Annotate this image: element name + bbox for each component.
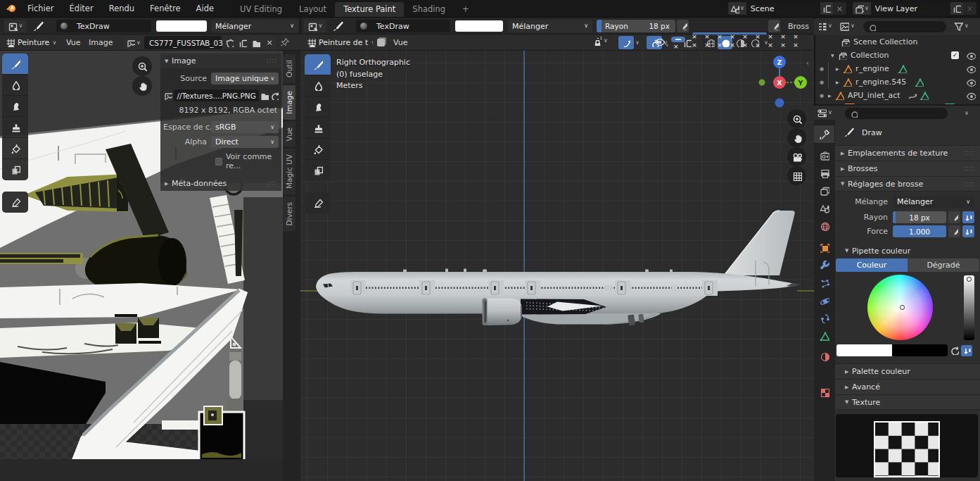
vp-eye-button[interactable]: ∨ xyxy=(654,37,668,47)
texture-preview[interactable] xyxy=(836,414,978,477)
panel-texture[interactable]: ▼Texture xyxy=(835,394,980,410)
vp-tool-clone[interactable] xyxy=(305,118,331,139)
missing-icon-x[interactable]: × xyxy=(730,33,735,40)
props-tab-constraints[interactable] xyxy=(814,309,834,327)
view-layer-unlink-button[interactable]: × xyxy=(963,4,976,13)
outliner-row-collection[interactable]: ▼ Collection ✓ xyxy=(814,49,980,62)
view-layer-selector[interactable]: ∨ View Layer × xyxy=(853,2,976,15)
missing-icon-x[interactable]: × xyxy=(768,42,773,49)
props-tab-particles[interactable] xyxy=(814,274,834,292)
missing-icon-x[interactable]: × xyxy=(780,33,786,40)
vp-pan-button[interactable] xyxy=(787,128,806,147)
image-brush-color-swatch[interactable] xyxy=(156,20,207,32)
image-tool-soften[interactable] xyxy=(2,75,28,96)
menu-fichier[interactable]: Fichier xyxy=(20,4,62,13)
vp-mode-icon-button[interactable] xyxy=(373,36,388,49)
vp-camera-button[interactable] xyxy=(787,147,806,166)
properties-options-chevron[interactable]: ∨ xyxy=(965,111,969,116)
image-tool-annotate[interactable] xyxy=(2,192,28,213)
view-as-checkbox[interactable] xyxy=(215,158,222,165)
workspace-tab-add[interactable]: + xyxy=(454,2,478,17)
outliner-row-r-engine[interactable]: ● ▶ r_engine xyxy=(814,62,980,75)
vp-mode-dropdown[interactable]: Peinture de t∨ xyxy=(303,36,379,49)
missing-icon-x[interactable]: × xyxy=(717,33,723,40)
unified-color-button[interactable] xyxy=(961,345,972,356)
image-datablock-browse[interactable]: ∨ xyxy=(124,36,144,49)
outliner-filter-button[interactable]: ∨ xyxy=(953,21,969,31)
vp-sidebar-collapse-arrow[interactable]: ‹ xyxy=(806,59,809,67)
filepath-browse-button[interactable] xyxy=(260,89,269,101)
value-slider[interactable] xyxy=(964,275,974,340)
blender-logo-icon[interactable] xyxy=(5,3,18,14)
missing-icon-x[interactable]: × xyxy=(692,42,697,49)
image-unlink-button[interactable]: × xyxy=(263,36,276,49)
vp-tool-smear[interactable] xyxy=(305,96,331,118)
missing-icon-x[interactable]: × xyxy=(768,33,773,40)
image-name-field[interactable]: CS777_FUSSTAB_03... xyxy=(144,36,222,49)
outliner-search[interactable] xyxy=(863,21,946,32)
vp-brush-preview[interactable] xyxy=(356,20,371,32)
missing-icon-x[interactable]: × xyxy=(780,42,786,49)
viewport-scene[interactable]: Z Y X xyxy=(300,51,814,481)
radius-slider[interactable]: 18 px xyxy=(893,211,946,223)
props-tab-physics[interactable] xyxy=(814,292,834,309)
sidebar-tab-vue[interactable]: Vue xyxy=(283,122,295,147)
panel-brushes[interactable]: ▶Brosses:::: xyxy=(835,161,980,176)
image-menu-vue[interactable]: Vue xyxy=(66,38,81,47)
missing-icon-x[interactable]: × xyxy=(730,42,735,49)
colorspace-dropdown[interactable]: sRGB∨ xyxy=(211,121,279,133)
missing-icon-x[interactable]: × xyxy=(793,33,798,40)
vp-radius-slider[interactable]: Rayon 18 px xyxy=(597,20,675,32)
eye-icon[interactable] xyxy=(966,91,976,101)
menu-fenetre[interactable]: Fenêtre xyxy=(142,4,188,13)
vp-brush-color-swatch[interactable] xyxy=(455,20,503,32)
vp-tool-fill[interactable] xyxy=(305,139,331,160)
swap-colors-button[interactable] xyxy=(950,346,959,355)
subpanel-color-picker[interactable]: ▼Pipette couleur xyxy=(835,243,980,258)
image-blend-mode-dropdown[interactable]: Mélanger∨ xyxy=(211,20,298,32)
vp-menu-vue[interactable]: Vue xyxy=(393,38,408,47)
panel-brush-settings[interactable]: ▼Réglages de brosse:::: xyxy=(835,176,980,192)
vp-missing-icon-x[interactable]: × xyxy=(673,43,679,50)
collection-checkbox[interactable]: ✓ xyxy=(951,51,959,59)
strength-pressure-button[interactable] xyxy=(948,225,960,237)
outliner-row-r-engine-545[interactable]: ● ▶ r_engine.545 xyxy=(814,75,980,89)
source-dropdown[interactable]: Image unique∨ xyxy=(211,73,279,85)
view-layer-icon[interactable]: ∨ xyxy=(853,2,871,15)
outliner-row-scene-collection[interactable]: Scene Collection xyxy=(814,35,980,49)
image-menu-image[interactable]: Image xyxy=(89,38,113,47)
image-tool-draw[interactable] xyxy=(2,54,28,75)
missing-icon-x[interactable]: × xyxy=(793,42,798,49)
eye-icon[interactable] xyxy=(966,51,976,61)
menu-rendu[interactable]: Rendu xyxy=(101,4,142,13)
props-tab-texture[interactable] xyxy=(814,383,834,401)
color-wheel-cursor[interactable] xyxy=(900,305,905,310)
image-brush-datablock-button[interactable]: ∨ xyxy=(4,20,27,32)
properties-editor-type[interactable]: ∨ xyxy=(817,108,832,118)
radius-pressure-button[interactable] xyxy=(948,211,960,223)
workspace-tab-layout[interactable]: Layout xyxy=(291,2,335,17)
menu-aide[interactable]: Aide xyxy=(189,4,222,13)
vp-zoom-button[interactable] xyxy=(787,109,806,128)
radius-unified-button[interactable] xyxy=(962,211,974,223)
props-tab-modifiers[interactable] xyxy=(814,256,834,274)
props-tab-tool[interactable] xyxy=(814,125,834,143)
vp-snap-button[interactable]: ∨ xyxy=(618,36,639,49)
image-tool-fill[interactable] xyxy=(2,138,28,159)
image-mode-dropdown[interactable]: Peinture∨ xyxy=(1,36,61,49)
workspace-tab-texture-paint[interactable]: Texture Paint xyxy=(335,2,404,17)
missing-icon-x[interactable]: × xyxy=(742,33,748,40)
image-tool-clone[interactable] xyxy=(2,117,28,138)
image-panel-header[interactable]: ▼Image :::: xyxy=(160,54,281,68)
vp-paint-falloff-button[interactable]: ∨ xyxy=(592,36,608,46)
tab-degrade[interactable]: Dégradé xyxy=(908,258,979,272)
props-tab-material[interactable] xyxy=(814,347,834,365)
scene-copy-button[interactable] xyxy=(820,2,833,15)
vp-tool-annotate[interactable] xyxy=(305,192,331,213)
sidebar-tab-image[interactable]: Image xyxy=(283,85,295,120)
metadata-panel-header[interactable]: ▶Méta-données :::: xyxy=(160,176,281,191)
props-tab-object[interactable] xyxy=(814,239,834,256)
panel-texture-slots[interactable]: ▶Emplacements de texture:::: xyxy=(835,145,980,161)
image-new-button[interactable] xyxy=(236,36,249,49)
missing-icon-x[interactable]: × xyxy=(704,42,710,49)
